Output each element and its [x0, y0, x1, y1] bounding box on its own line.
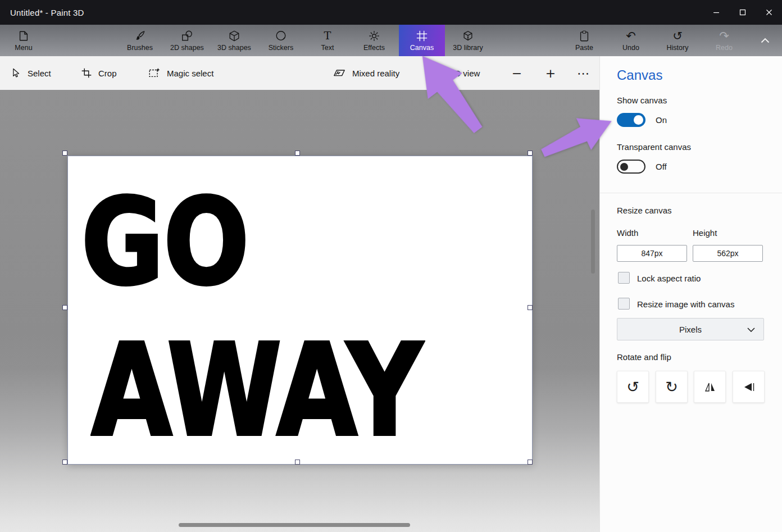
rotate-left-icon: ↺	[626, 379, 639, 394]
canvas-icon	[416, 29, 428, 43]
paste-icon	[578, 29, 590, 43]
workspace[interactable]: GO AWAY	[0, 90, 599, 532]
close-button[interactable]	[756, 0, 782, 25]
panel-divider	[600, 193, 782, 193]
lock-aspect-checkbox[interactable]	[618, 272, 630, 284]
selection-handle-middle-left[interactable]	[62, 305, 67, 310]
resize-canvas-label: Resize canvas	[617, 206, 672, 215]
resize-image-checkbox[interactable]	[618, 298, 630, 310]
tool-options-bar: Select Crop Magic select Mixed reality 3	[0, 56, 599, 90]
minimize-icon	[713, 9, 720, 16]
transparent-canvas-state: Off	[656, 162, 667, 171]
more-options-button[interactable]: ⋯	[571, 56, 595, 90]
flip-horizontal-button[interactable]	[694, 371, 726, 403]
rotate-right-icon: ↻	[665, 379, 678, 394]
close-icon	[766, 9, 772, 16]
paint3d-window: Untitled* - Paint 3D Menu Brushes	[0, 0, 782, 532]
redo-button: ↷ Redo	[701, 25, 748, 56]
svg-text:T: T	[324, 30, 331, 42]
resize-image-label: Resize image with canvas	[637, 299, 734, 309]
height-input[interactable]	[693, 245, 763, 262]
crop-tool-label: Crop	[98, 69, 117, 78]
chevron-up-icon	[761, 38, 770, 43]
selection-handle-bottom-right[interactable]	[528, 460, 533, 465]
maximize-button[interactable]	[729, 0, 756, 25]
horizontal-scrollbar[interactable]	[179, 523, 410, 527]
zoom-in-button[interactable]: +	[538, 56, 563, 90]
mixed-reality-icon	[333, 67, 346, 79]
effects-icon	[368, 29, 380, 43]
maximize-icon	[739, 9, 746, 16]
paste-button[interactable]: Paste	[561, 25, 608, 56]
2d-shapes-icon	[181, 29, 193, 43]
more-options-icon: ⋯	[577, 66, 589, 80]
show-canvas-toggle[interactable]	[617, 113, 645, 127]
minimize-button[interactable]	[703, 0, 729, 25]
history-label: History	[667, 44, 689, 52]
window-controls	[703, 0, 782, 25]
magic-select-tool-label: Magic select	[167, 69, 213, 78]
stickers-icon	[275, 29, 287, 43]
flip-vertical-button[interactable]	[733, 371, 765, 403]
menu-label: Menu	[15, 44, 32, 52]
collapse-ribbon-button[interactable]	[756, 25, 774, 56]
mixed-reality-button[interactable]: Mixed reality	[333, 56, 399, 90]
tab-text-label: Text	[321, 44, 334, 52]
flip-vertical-icon	[742, 380, 756, 394]
tab-3d-shapes[interactable]: 3D shapes	[211, 25, 258, 56]
select-tool[interactable]: Select	[10, 56, 51, 90]
tab-3d-library-label: 3D library	[453, 44, 483, 52]
zoom-out-icon: −	[512, 66, 522, 80]
selection-handle-bottom-left[interactable]	[62, 460, 67, 465]
history-icon: ↺	[672, 29, 683, 43]
selection-handle-top-center[interactable]	[295, 151, 300, 156]
undo-label: Undo	[622, 44, 639, 52]
canvas-panel: Canvas Show canvas On Transparent canvas…	[599, 56, 782, 532]
tab-brushes[interactable]: Brushes	[116, 25, 163, 56]
select-cursor-icon	[10, 67, 21, 79]
vertical-scrollbar[interactable]	[591, 210, 595, 274]
width-input[interactable]	[617, 245, 687, 262]
menu-icon	[17, 29, 30, 43]
brushes-icon	[134, 29, 146, 43]
tab-2d-shapes[interactable]: 2D shapes	[163, 25, 211, 56]
height-label: Height	[693, 228, 717, 238]
tab-effects[interactable]: Effects	[351, 25, 398, 56]
menu-button[interactable]: Menu	[6, 25, 42, 56]
rotate-left-button[interactable]: ↺	[617, 371, 649, 403]
paste-label: Paste	[575, 44, 593, 52]
canvas-sheet[interactable]: GO AWAY	[67, 156, 533, 465]
units-dropdown-value: Pixels	[679, 325, 702, 334]
selection-handle-middle-right[interactable]	[528, 305, 533, 310]
selection-handle-bottom-center[interactable]	[295, 460, 300, 465]
units-dropdown[interactable]: Pixels	[617, 318, 764, 340]
history-button[interactable]: ↺ History	[654, 25, 701, 56]
panel-title: Canvas	[617, 67, 662, 83]
redo-label: Redo	[716, 44, 733, 52]
select-tool-label: Select	[28, 69, 51, 78]
zoom-out-button[interactable]: −	[504, 56, 529, 90]
width-label: Width	[617, 228, 638, 238]
magic-select-tool[interactable]: Magic select	[148, 56, 213, 90]
titlebar[interactable]: Untitled* - Paint 3D	[0, 0, 782, 25]
redo-icon: ↷	[719, 29, 729, 43]
undo-button[interactable]: ↶ Undo	[607, 25, 654, 56]
3d-shapes-icon	[228, 29, 240, 43]
tab-effects-label: Effects	[363, 44, 385, 52]
tab-stickers[interactable]: Stickers	[257, 25, 304, 56]
rotate-right-button[interactable]: ↻	[656, 371, 688, 403]
selection-handle-top-right[interactable]	[528, 151, 533, 156]
crop-tool[interactable]: Crop	[81, 56, 117, 90]
transparent-canvas-label: Transparent canvas	[617, 142, 691, 152]
rotate-flip-label: Rotate and flip	[617, 352, 671, 362]
toggle-knob	[620, 163, 628, 171]
tab-text[interactable]: T Text	[304, 25, 351, 56]
ribbon: Menu Brushes 2D shapes 3D shapes Sticker	[0, 25, 782, 56]
zoom-in-icon: +	[545, 66, 556, 80]
selection-handle-top-left[interactable]	[62, 151, 67, 156]
magic-select-icon	[148, 67, 161, 79]
text-icon: T	[321, 29, 334, 43]
chevron-down-icon	[747, 328, 755, 332]
undo-icon: ↶	[626, 29, 636, 43]
transparent-canvas-toggle[interactable]	[617, 160, 645, 174]
